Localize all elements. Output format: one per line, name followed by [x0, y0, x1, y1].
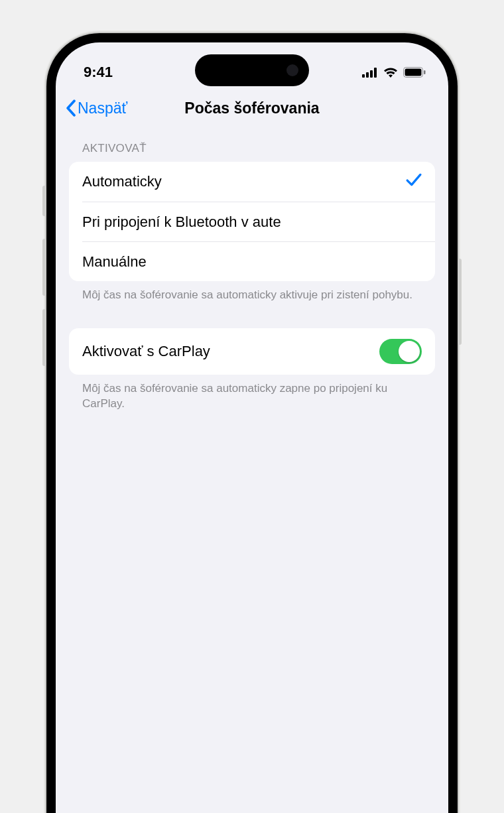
back-label: Naspäť: [78, 99, 127, 117]
svg-rect-6: [424, 70, 426, 74]
carplay-label: Aktivovať s CarPlay: [82, 343, 210, 360]
status-time: 9:41: [84, 64, 113, 81]
activate-group: Automaticky Pri pripojení k Bluetooth v …: [69, 162, 435, 281]
power-button: [458, 259, 462, 345]
activate-header: AKTIVOVAŤ: [69, 142, 435, 162]
spacer: [69, 303, 435, 328]
back-button[interactable]: Naspäť: [65, 99, 127, 117]
page-title: Počas šoférovania: [184, 99, 319, 117]
option-label: Automaticky: [82, 173, 162, 190]
svg-rect-2: [370, 70, 373, 78]
content: AKTIVOVAŤ Automaticky Pri pripojení k Bl…: [56, 127, 448, 412]
carplay-toggle[interactable]: [379, 339, 422, 364]
option-label: Manuálne: [82, 253, 147, 271]
option-manual[interactable]: Manuálne: [82, 241, 435, 281]
volume-up-button: [42, 239, 46, 296]
carplay-group: Aktivovať s CarPlay: [69, 328, 435, 375]
volume-down-button: [42, 309, 46, 366]
svg-rect-1: [366, 72, 369, 78]
carplay-row[interactable]: Aktivovať s CarPlay: [69, 328, 435, 375]
wifi-icon: [383, 67, 398, 78]
nav-bar: Naspäť Počas šoférovania: [56, 89, 448, 127]
cellular-icon: [362, 68, 378, 78]
option-label: Pri pripojení k Bluetooth v aute: [82, 214, 281, 231]
option-bluetooth[interactable]: Pri pripojení k Bluetooth v aute: [82, 202, 435, 241]
checkmark-icon: [406, 172, 422, 191]
phone-frame: 9:41 Naspäť Počas šoférovania AKTIVOVAŤ …: [46, 33, 458, 813]
activate-footer: Môj čas na šoférovanie sa automaticky ak…: [69, 281, 435, 303]
svg-rect-0: [362, 74, 365, 78]
silent-switch: [42, 186, 46, 216]
svg-rect-3: [374, 68, 377, 78]
battery-icon: [403, 67, 426, 78]
option-automatic[interactable]: Automaticky: [69, 162, 435, 202]
carplay-footer: Môj čas na šoférovanie sa automaticky za…: [69, 375, 435, 412]
screen: 9:41 Naspäť Počas šoférovania AKTIVOVAŤ …: [56, 42, 448, 813]
svg-rect-5: [405, 69, 422, 76]
chevron-left-icon: [65, 99, 76, 117]
status-icons: [362, 67, 426, 78]
dynamic-island: [195, 54, 309, 86]
